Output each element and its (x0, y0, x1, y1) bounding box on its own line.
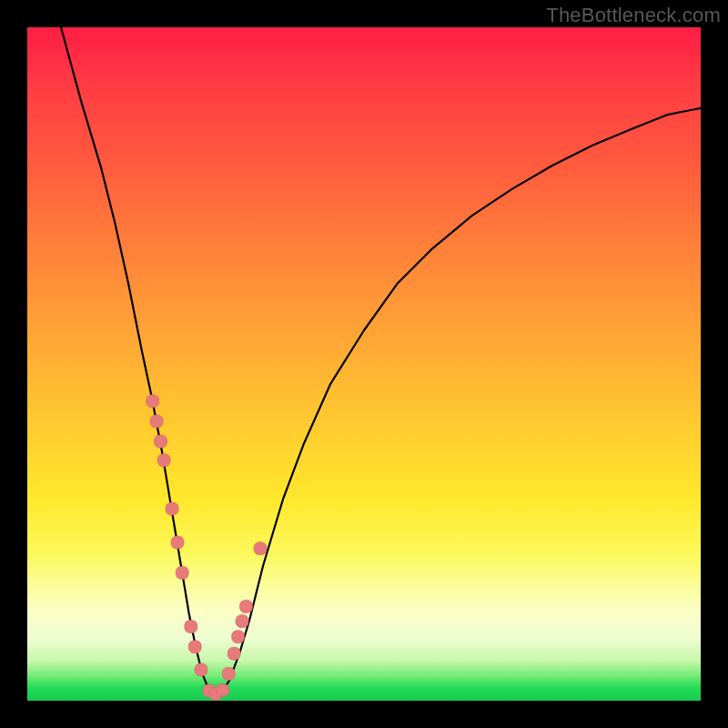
marker-point (217, 683, 229, 696)
marker-point (171, 536, 184, 549)
marker-point (185, 621, 197, 633)
marker-point (254, 542, 267, 555)
marker-point (232, 631, 245, 643)
marker-point (222, 667, 235, 680)
bottleneck-curve (61, 27, 701, 694)
marker-point (236, 615, 248, 628)
marker-point (150, 415, 163, 428)
chart-svg (27, 27, 701, 701)
marker-point (157, 454, 170, 467)
marker-point (195, 663, 207, 676)
marker-point (176, 566, 188, 579)
marker-point (155, 435, 167, 448)
marker-point (166, 502, 178, 515)
marker-point (147, 395, 159, 408)
attribution-text: TheBottleneck.com (546, 4, 721, 27)
marker-point (228, 647, 240, 660)
marker-point (188, 641, 201, 653)
marker-point (240, 600, 253, 612)
highlighted-markers (147, 395, 267, 701)
chart-frame: TheBottleneck.com (0, 0, 728, 728)
